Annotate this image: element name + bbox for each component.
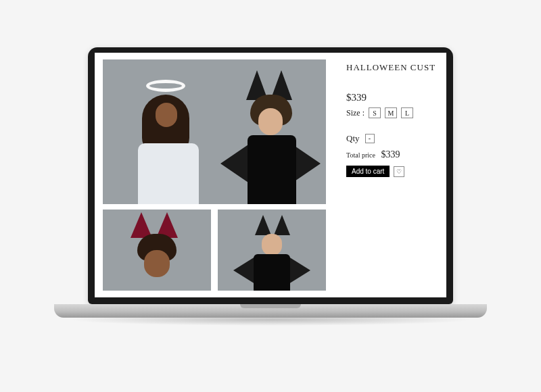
thumbnail-2[interactable] (218, 210, 326, 291)
size-option-s[interactable]: S (369, 107, 381, 118)
total-price: $339 (381, 149, 400, 160)
heart-icon: ♡ (396, 168, 402, 175)
thumbnail-row (103, 210, 333, 291)
product-main-image[interactable] (103, 59, 326, 204)
product-info: HALLOWEEN CUST $339 Size : S M L Qty - T… (333, 59, 446, 291)
angel-figure (123, 76, 204, 204)
qty-label: Qty (346, 133, 360, 144)
cart-row: Add to cart ♡ (346, 166, 446, 177)
red-ears-figure (106, 210, 208, 291)
quantity-row: Qty - (346, 133, 446, 144)
product-price: $339 (346, 92, 446, 103)
product-gallery (103, 59, 333, 291)
total-label: Total price (346, 151, 375, 159)
laptop-mockup: HALLOWEEN CUST $339 Size : S M L Qty - T… (54, 47, 487, 345)
add-to-cart-button[interactable]: Add to cart (346, 166, 390, 177)
total-price-row: Total price $339 (346, 149, 446, 160)
screen: HALLOWEEN CUST $339 Size : S M L Qty - T… (95, 53, 446, 297)
size-option-m[interactable]: M (385, 107, 397, 118)
size-label: Size : (346, 108, 364, 118)
product-page: HALLOWEEN CUST $339 Size : S M L Qty - T… (95, 53, 446, 297)
size-selector: Size : S M L (346, 107, 446, 118)
laptop-base (54, 304, 487, 318)
qty-decrease-button[interactable]: - (365, 134, 375, 143)
thumbnail-1[interactable] (103, 210, 211, 291)
bat-figure-small (221, 210, 323, 291)
screen-frame: HALLOWEEN CUST $339 Size : S M L Qty - T… (88, 47, 453, 304)
bat-figure (223, 69, 318, 204)
wishlist-button[interactable]: ♡ (394, 166, 404, 177)
product-title: HALLOWEEN CUST (346, 62, 446, 73)
size-option-l[interactable]: L (401, 107, 413, 118)
